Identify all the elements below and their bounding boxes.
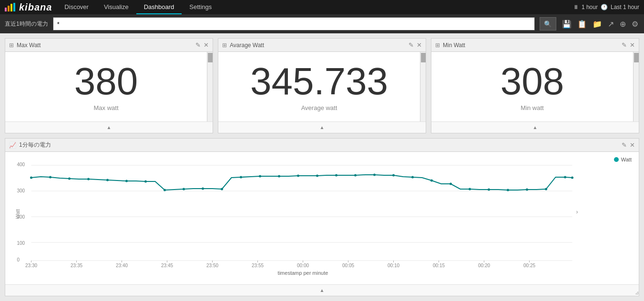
avg-watt-collapse[interactable]: ▲: [320, 125, 325, 130]
y-tick-400: 400: [17, 162, 25, 167]
avg-watt-value: 345.733: [250, 62, 388, 100]
min-watt-label: Min watt: [521, 104, 543, 111]
avg-watt-edit[interactable]: ✎: [409, 41, 414, 49]
max-watt-header: ⊞ Max Watt ✎ ✕: [5, 39, 213, 52]
chart-expand[interactable]: ›: [576, 209, 578, 215]
top-nav: kibana Discover Visualize Dashboard Sett…: [0, 0, 644, 14]
min-watt-value: 308: [501, 62, 564, 100]
svg-point-7: [164, 189, 166, 191]
max-watt-close[interactable]: ✕: [204, 41, 209, 49]
svg-point-13: [278, 175, 280, 178]
load-icon[interactable]: 📋: [576, 19, 588, 30]
pause-icon: ⏸: [573, 4, 579, 10]
chart-resize-handle[interactable]: ⊿: [633, 290, 639, 296]
avg-watt-scrollbar-thumb: [421, 53, 426, 62]
avg-watt-actions: ✎ ✕: [409, 41, 422, 49]
logo-bar-2: [8, 6, 10, 11]
logo-bars: [5, 3, 15, 11]
nav-items: Discover Visualize Dashboard Settings: [57, 0, 219, 14]
max-watt-body: 380 Max watt: [5, 52, 207, 121]
settings-icon[interactable]: ⚙: [631, 19, 639, 30]
max-watt-scrollbar[interactable]: [207, 52, 213, 121]
save-icon[interactable]: 💾: [561, 19, 572, 30]
panel-grid-icon-2: ⊞: [222, 42, 227, 49]
search-button[interactable]: 🔍: [540, 17, 556, 30]
y-tick-0: 0: [17, 257, 20, 262]
max-watt-label: Max watt: [93, 104, 118, 111]
logo-bar-4: [13, 3, 15, 11]
min-watt-edit[interactable]: ✎: [622, 41, 627, 49]
x-label-6: 23:55: [252, 263, 264, 268]
chart-footer: ▲: [5, 284, 639, 296]
svg-point-11: [240, 176, 242, 179]
svg-point-18: [373, 174, 376, 176]
nav-right: ⏸ 1 hour 🕐 Last 1 hour: [573, 4, 644, 10]
svg-point-16: [335, 174, 337, 177]
avg-watt-panel: ⊞ Avarage Watt ✎ ✕ 345.733 Average watt …: [218, 38, 426, 133]
avg-watt-body: 345.733 Average watt: [218, 52, 420, 121]
toolbar-icons: 💾 📋 📁 ↗ ⊕ ⚙: [561, 19, 639, 30]
add-icon[interactable]: ⊕: [619, 19, 627, 30]
search-input-wrapper: [53, 17, 535, 30]
avg-watt-scrollbar[interactable]: [420, 52, 426, 121]
svg-point-28: [564, 176, 566, 179]
max-watt-edit[interactable]: ✎: [195, 41, 201, 49]
max-watt-scrollbar-thumb: [208, 53, 213, 62]
panel-grid-icon-3: ⊞: [435, 42, 440, 49]
chart-collapse[interactable]: ▲: [320, 288, 325, 293]
svg-point-27: [545, 188, 547, 191]
nav-discover[interactable]: Discover: [57, 0, 96, 14]
nav-dashboard[interactable]: Dashboard: [136, 0, 182, 14]
avg-watt-title: Avarage Watt: [230, 42, 406, 49]
min-watt-panel: ⊞ Min Watt ✎ ✕ 308 Min watt ▲: [431, 38, 639, 133]
logo-area: kibana: [0, 0, 57, 14]
min-watt-collapse[interactable]: ▲: [533, 125, 538, 130]
x-label-5: 23:50: [206, 263, 218, 268]
min-watt-scrollbar-thumb: [634, 53, 639, 62]
chart-legend: Watt: [614, 157, 632, 162]
svg-point-10: [221, 188, 223, 191]
avg-watt-label: Average watt: [301, 104, 337, 111]
min-watt-header: ⊞ Min Watt ✎ ✕: [431, 39, 639, 52]
share-icon[interactable]: ↗: [607, 19, 615, 30]
max-watt-collapse[interactable]: ▲: [107, 125, 112, 130]
clock-icon: 🕐: [601, 4, 608, 10]
chart-close[interactable]: ✕: [630, 141, 635, 149]
kibana-logo: kibana: [5, 2, 52, 13]
y-tick-300: 300: [17, 188, 25, 193]
chart-title: 1分毎の電力: [19, 141, 619, 149]
min-watt-title: Min Watt: [443, 42, 619, 49]
svg-point-14: [297, 175, 299, 177]
x-label-1: 23:30: [25, 263, 37, 268]
search-input[interactable]: [57, 20, 531, 28]
svg-point-4: [106, 179, 109, 181]
chart-edit[interactable]: ✎: [622, 141, 627, 149]
nav-settings[interactable]: Settings: [182, 0, 219, 14]
logo-bar-3: [10, 4, 12, 11]
time-range[interactable]: Last 1 hour: [611, 4, 639, 10]
time-display[interactable]: 1 hour: [582, 4, 598, 10]
svg-point-29: [571, 177, 573, 179]
min-watt-footer: ▲: [431, 121, 639, 133]
min-watt-close[interactable]: ✕: [630, 41, 635, 49]
svg-point-21: [430, 180, 433, 182]
dashboard-content: ⊞ Max Watt ✎ ✕ 380 Max watt ▲ ⊞ A: [0, 33, 644, 301]
svg-point-8: [183, 188, 185, 191]
x-label-11: 00:20: [478, 263, 490, 268]
folder-icon[interactable]: 📁: [592, 19, 603, 30]
y-axis-label: Watt: [15, 209, 20, 219]
avg-watt-footer: ▲: [218, 121, 426, 133]
nav-visualize[interactable]: Visualize: [96, 0, 136, 14]
svg-point-12: [259, 175, 261, 178]
x-label-4: 23:45: [161, 263, 173, 268]
svg-point-22: [450, 183, 452, 185]
min-watt-scrollbar[interactable]: [633, 52, 639, 121]
svg-point-25: [507, 189, 509, 191]
chart-actions: ✎ ✕: [622, 141, 635, 149]
legend-dot: [614, 157, 619, 162]
max-watt-panel: ⊞ Max Watt ✎ ✕ 380 Max watt ▲: [5, 38, 213, 133]
x-label-8: 00:05: [342, 263, 354, 268]
x-label-9: 00:10: [388, 263, 399, 268]
avg-watt-close[interactable]: ✕: [417, 41, 422, 49]
chart-dots: [30, 174, 573, 191]
